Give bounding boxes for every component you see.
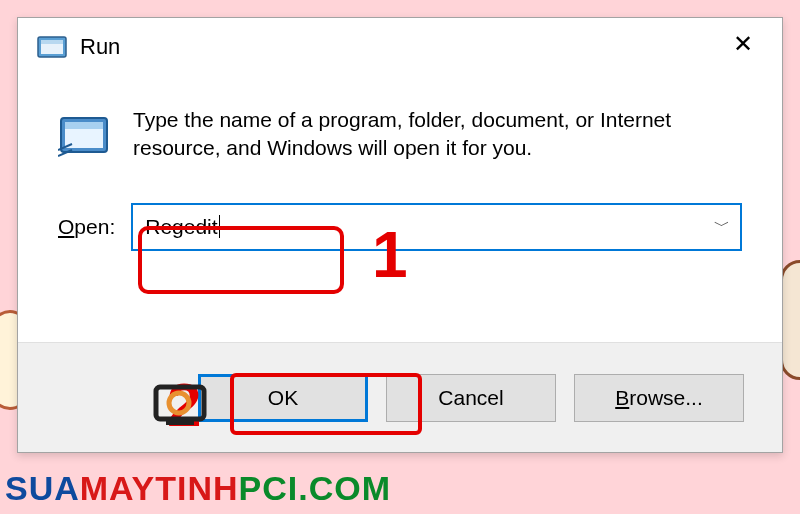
combobox-value: Regedit bbox=[145, 215, 217, 239]
watermark-logo-icon bbox=[144, 379, 219, 437]
run-dialog-icon bbox=[36, 33, 68, 61]
ok-button[interactable]: OK bbox=[198, 374, 368, 422]
open-label: Open: bbox=[58, 215, 115, 239]
cancel-button[interactable]: Cancel bbox=[386, 374, 556, 422]
svg-rect-9 bbox=[166, 421, 194, 425]
titlebar-left: Run bbox=[36, 33, 120, 61]
svg-rect-5 bbox=[65, 122, 103, 129]
run-dialog: Run ✕ Type the name of a program, folder… bbox=[17, 17, 783, 453]
svg-rect-2 bbox=[41, 40, 63, 44]
watermark-text: SUAMAYTINHPCI.COM bbox=[5, 469, 391, 508]
run-program-icon bbox=[58, 112, 113, 160]
input-row: Open: Regedit ﹀ bbox=[18, 173, 782, 251]
browse-button[interactable]: Browse... bbox=[574, 374, 744, 422]
chevron-down-icon[interactable]: ﹀ bbox=[714, 216, 730, 237]
background-decoration bbox=[780, 260, 800, 380]
close-icon: ✕ bbox=[733, 30, 753, 58]
close-button[interactable]: ✕ bbox=[712, 19, 774, 69]
instruction-text: Type the name of a program, folder, docu… bbox=[133, 106, 742, 163]
text-cursor bbox=[219, 215, 220, 238]
open-combobox[interactable]: Regedit ﹀ bbox=[131, 203, 742, 251]
svg-point-10 bbox=[169, 393, 189, 413]
dialog-body: Type the name of a program, folder, docu… bbox=[18, 76, 782, 173]
dialog-title: Run bbox=[80, 34, 120, 60]
titlebar: Run ✕ bbox=[18, 18, 782, 76]
button-bar: OK Cancel Browse... bbox=[18, 342, 782, 452]
